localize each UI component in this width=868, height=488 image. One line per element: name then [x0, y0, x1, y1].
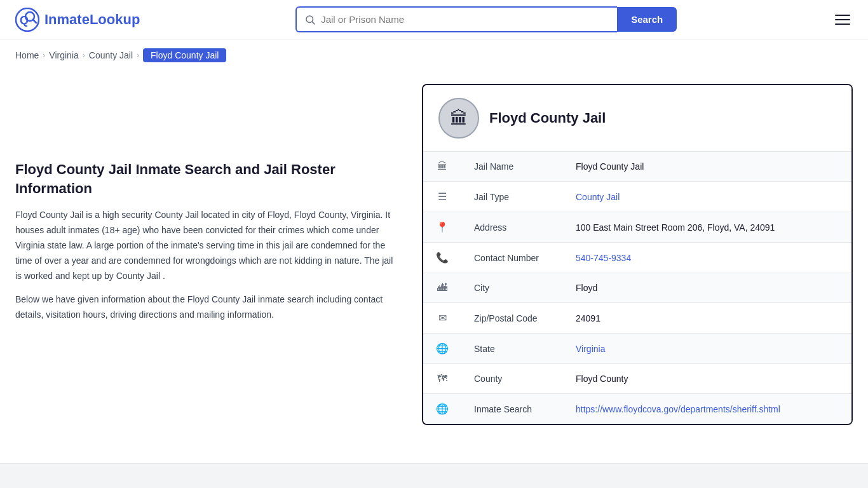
- breadcrumb-virginia[interactable]: Virginia: [49, 50, 78, 60]
- table-label-4: City: [461, 273, 563, 303]
- card-title: Floyd County Jail: [489, 110, 606, 126]
- table-row: 📍 Address 100 East Main Street Room 206,…: [423, 212, 851, 243]
- header: Q InmateLookup Search: [0, 0, 868, 39]
- table-label-3: Contact Number: [461, 243, 563, 273]
- table-label-0: Jail Name: [461, 152, 563, 182]
- inmate-search-icon: 🌐: [423, 394, 461, 424]
- hamburger-line-1: [835, 15, 850, 16]
- hamburger-menu[interactable]: [832, 12, 853, 27]
- left-content: Floyd County Jail Inmate Search and Jail…: [15, 84, 422, 425]
- breadcrumb-chevron-2: ›: [83, 51, 85, 60]
- table-row: 🌐 State Virginia: [423, 334, 851, 364]
- table-value-7: Floyd County: [563, 364, 851, 394]
- hamburger-line-2: [835, 19, 850, 20]
- avatar: 🏛: [438, 98, 479, 139]
- logo-text: InmateLookup: [44, 11, 140, 28]
- jail-icon: 🏛: [423, 152, 461, 182]
- breadcrumb-county-jail[interactable]: County Jail: [89, 50, 133, 60]
- city-icon: 🏙: [423, 273, 461, 303]
- table-row: 🏙 City Floyd: [423, 273, 851, 303]
- table-row: 🌐 Inmate Search https://www.floydcova.go…: [423, 394, 851, 424]
- footer-bar: [0, 463, 868, 488]
- table-row: 🗺 County Floyd County: [423, 364, 851, 394]
- logo[interactable]: Q InmateLookup: [15, 8, 140, 32]
- svg-line-5: [313, 22, 315, 24]
- table-link-3[interactable]: 540-745-9334: [576, 253, 631, 263]
- table-value-2: 100 East Main Street Room 206, Floyd, VA…: [563, 212, 851, 243]
- table-link-8[interactable]: https://www.floydcova.gov/departments/sh…: [576, 404, 780, 414]
- table-row: ☰ Jail Type County Jail: [423, 182, 851, 212]
- info-table: 🏛 Jail Name Floyd County Jail ☰ Jail Typ…: [423, 152, 851, 424]
- table-link-1[interactable]: County Jail: [576, 192, 620, 202]
- zip-icon: ✉: [423, 303, 461, 334]
- breadcrumb: Home › Virginia › County Jail › Floyd Co…: [0, 39, 868, 71]
- search-bar: Search: [295, 6, 677, 32]
- table-value-1[interactable]: County Jail: [563, 182, 851, 212]
- table-label-1: Jail Type: [461, 182, 563, 212]
- logo-icon: Q: [15, 8, 39, 32]
- table-label-7: County: [461, 364, 563, 394]
- table-value-0: Floyd County Jail: [563, 152, 851, 182]
- table-row: 🏛 Jail Name Floyd County Jail: [423, 152, 851, 182]
- table-value-6[interactable]: Virginia: [563, 334, 851, 364]
- breadcrumb-home[interactable]: Home: [15, 50, 39, 60]
- search-icon: [304, 14, 316, 25]
- breadcrumb-chevron-1: ›: [43, 51, 45, 60]
- table-value-8[interactable]: https://www.floydcova.gov/departments/sh…: [563, 394, 851, 424]
- table-label-5: Zip/Postal Code: [461, 303, 563, 334]
- card-header: 🏛 Floyd County Jail: [423, 85, 851, 152]
- table-label-8: Inmate Search: [461, 394, 563, 424]
- avatar-icon: 🏛: [450, 108, 468, 129]
- page-title: Floyd County Jail Inmate Search and Jail…: [15, 160, 397, 198]
- breadcrumb-chevron-3: ›: [137, 51, 139, 60]
- table-row: 📞 Contact Number 540-745-9334: [423, 243, 851, 273]
- phone-icon: 📞: [423, 243, 461, 273]
- state-icon: 🌐: [423, 334, 461, 364]
- info-card: 🏛 Floyd County Jail 🏛 Jail Name Floyd Co…: [422, 84, 853, 425]
- table-value-3[interactable]: 540-745-9334: [563, 243, 851, 273]
- table-row: ✉ Zip/Postal Code 24091: [423, 303, 851, 334]
- county-icon: 🗺: [423, 364, 461, 394]
- search-button[interactable]: Search: [617, 7, 677, 32]
- table-label-2: Address: [461, 212, 563, 243]
- main-content: Floyd County Jail Inmate Search and Jail…: [0, 71, 868, 451]
- table-value-4: Floyd: [563, 273, 851, 303]
- table-label-6: State: [461, 334, 563, 364]
- search-input-wrap: [295, 6, 617, 32]
- table-link-6[interactable]: Virginia: [576, 344, 605, 354]
- description-2: Below we have given information about th…: [15, 292, 397, 323]
- description-1: Floyd County Jail is a high security Cou…: [15, 208, 397, 283]
- search-input[interactable]: [321, 8, 609, 31]
- table-value-5: 24091: [563, 303, 851, 334]
- svg-point-4: [306, 16, 313, 23]
- breadcrumb-active: Floyd County Jail: [143, 48, 226, 62]
- list-icon: ☰: [423, 182, 461, 212]
- location-icon: 📍: [423, 212, 461, 243]
- hamburger-line-3: [835, 24, 850, 25]
